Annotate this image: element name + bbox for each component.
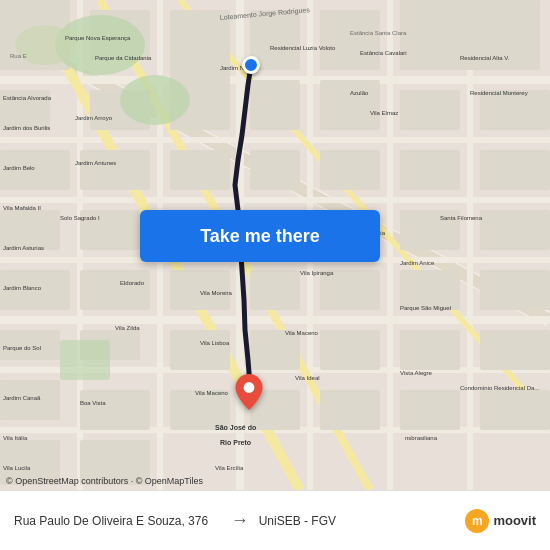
svg-rect-45 (250, 270, 300, 310)
svg-rect-26 (320, 10, 380, 70)
svg-text:Azulão: Azulão (350, 90, 369, 96)
svg-text:Vila Ideal: Vila Ideal (295, 375, 320, 381)
svg-point-117 (244, 382, 255, 393)
destination-address: UniSEB - FGV (259, 514, 466, 528)
svg-text:Santa Filomena: Santa Filomena (440, 215, 483, 221)
svg-text:Parque da Cidadania: Parque da Cidadania (95, 55, 152, 61)
svg-rect-59 (480, 150, 550, 190)
svg-text:Vista Alegre: Vista Alegre (400, 370, 433, 376)
svg-text:Jardim Anice: Jardim Anice (400, 260, 435, 266)
svg-rect-40 (170, 330, 230, 370)
svg-text:Solo Sagrado I: Solo Sagrado I (60, 215, 100, 221)
svg-text:Vila Mafalda II: Vila Mafalda II (3, 205, 41, 211)
svg-text:Eldorado: Eldorado (120, 280, 145, 286)
svg-rect-63 (480, 390, 550, 430)
svg-point-70 (15, 25, 75, 65)
destination-marker (234, 374, 264, 414)
svg-text:Vila Itália: Vila Itália (3, 435, 28, 441)
svg-text:Parque do Sol: Parque do Sol (3, 345, 41, 351)
svg-rect-43 (250, 150, 300, 190)
svg-text:Condomínio Residencial Da...: Condomínio Residencial Da... (460, 385, 540, 391)
svg-text:Jardim Blanco: Jardim Blanco (3, 285, 42, 291)
svg-rect-52 (320, 330, 380, 370)
moovit-icon: m (465, 509, 489, 533)
svg-rect-28 (400, 90, 460, 130)
svg-text:Vila Maceno: Vila Maceno (285, 330, 319, 336)
svg-rect-60 (480, 210, 550, 250)
map-attribution: © OpenStreetMap contributors · © OpenMap… (6, 476, 203, 486)
svg-text:Parque São Miguel: Parque São Miguel (400, 305, 451, 311)
svg-text:Residencial Luzia Voloto: Residencial Luzia Voloto (270, 45, 336, 51)
take-me-there-button[interactable]: Take me there (140, 210, 380, 262)
svg-rect-71 (60, 340, 110, 380)
svg-text:Vila Elmaz: Vila Elmaz (370, 110, 398, 116)
svg-text:Vila Ipiranga: Vila Ipiranga (300, 270, 334, 276)
svg-rect-33 (80, 150, 150, 190)
moovit-logo: m moovit (465, 509, 536, 533)
svg-rect-57 (400, 330, 460, 370)
svg-text:Vila Zilda: Vila Zilda (115, 325, 140, 331)
svg-rect-54 (400, 150, 460, 190)
svg-text:Residencial Monterey: Residencial Monterey (470, 90, 528, 96)
origin-marker (242, 56, 260, 74)
svg-text:São José do: São José do (215, 424, 256, 431)
svg-text:Vila Lucila: Vila Lucila (3, 465, 31, 471)
svg-rect-46 (250, 330, 300, 370)
svg-rect-35 (80, 270, 150, 310)
svg-text:Jardim Canaã: Jardim Canaã (3, 395, 41, 401)
svg-text:Jardim dos Burilis: Jardim dos Burilis (3, 125, 50, 131)
svg-text:Vila Moreira: Vila Moreira (200, 290, 233, 296)
svg-rect-51 (320, 270, 380, 310)
svg-text:nsbrasiliana: nsbrasiliana (405, 435, 438, 441)
svg-rect-53 (320, 390, 380, 430)
origin-address: Rua Paulo De Oliveira E Souza, 376 (14, 514, 221, 528)
svg-rect-56 (400, 270, 460, 310)
svg-rect-48 (320, 80, 380, 130)
svg-text:Estância Alvorada: Estância Alvorada (3, 95, 52, 101)
svg-text:Jardim Antunes: Jardim Antunes (75, 160, 116, 166)
svg-rect-62 (480, 330, 550, 370)
svg-point-69 (120, 75, 190, 125)
arrow-icon: → (231, 510, 249, 531)
svg-rect-49 (320, 150, 380, 190)
svg-text:Rio Preto: Rio Preto (220, 439, 251, 446)
svg-rect-37 (170, 150, 230, 190)
svg-text:Parque Nova Esperança: Parque Nova Esperança (65, 35, 131, 41)
svg-text:Jardim Asturias: Jardim Asturias (3, 245, 44, 251)
svg-text:Vila Lisboa: Vila Lisboa (200, 340, 230, 346)
svg-rect-64 (80, 390, 150, 430)
svg-rect-29 (480, 90, 550, 130)
svg-text:Jardim Arroyo: Jardim Arroyo (75, 115, 113, 121)
svg-rect-61 (480, 270, 550, 310)
svg-text:Residencial Alta V.: Residencial Alta V. (460, 55, 510, 61)
svg-text:Estância Cavalari: Estância Cavalari (360, 50, 407, 56)
svg-text:Boa Vista: Boa Vista (80, 400, 106, 406)
svg-text:Rua E: Rua E (10, 53, 27, 59)
svg-text:Jardim Belo: Jardim Belo (3, 165, 35, 171)
svg-rect-58 (400, 390, 460, 430)
svg-rect-42 (250, 80, 300, 130)
svg-text:Estância Santa Clara: Estância Santa Clara (350, 30, 407, 36)
bottom-bar: Rua Paulo De Oliveira E Souza, 376 → Uni… (0, 490, 550, 550)
svg-rect-30 (0, 210, 60, 250)
svg-text:Vila Maceno: Vila Maceno (195, 390, 229, 396)
moovit-name: moovit (493, 513, 536, 528)
svg-text:Vila Ercília: Vila Ercília (215, 465, 244, 471)
